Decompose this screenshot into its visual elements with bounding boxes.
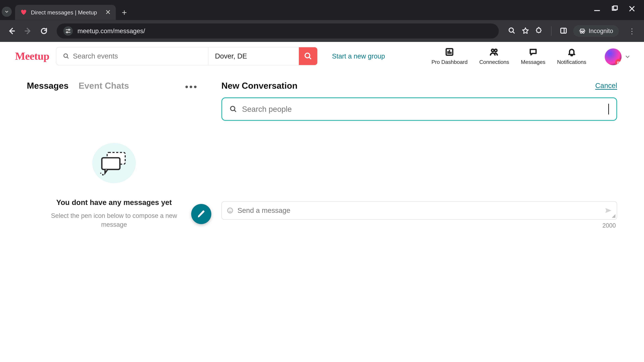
- forward-button[interactable]: [21, 24, 34, 38]
- pencil-icon: [197, 210, 206, 219]
- close-tab-button[interactable]: [105, 9, 111, 16]
- search-icon: [230, 105, 237, 113]
- svg-point-16: [100, 173, 101, 174]
- message-input[interactable]: [238, 206, 600, 215]
- conversation-title: New Conversation: [221, 81, 298, 91]
- compose-button[interactable]: [191, 204, 211, 224]
- send-icon[interactable]: [604, 207, 612, 214]
- titlebar: Direct messages | Meetup +: [0, 0, 644, 20]
- arrow-right-icon: [24, 27, 32, 35]
- empty-state: You dont have any messages yet Select th…: [27, 143, 201, 229]
- main: Messages Event Chats •••: [0, 70, 644, 236]
- conversation-header: New Conversation Cancel: [221, 81, 617, 91]
- conversation-panel: New Conversation Cancel ◢: [221, 81, 617, 229]
- toolbar-icons: Incognito ⋮: [508, 25, 639, 37]
- svg-rect-5: [561, 28, 566, 33]
- messages-sidebar: Messages Event Chats •••: [27, 81, 221, 229]
- char-counter: 2000: [221, 222, 617, 229]
- nav-connections[interactable]: Connections: [479, 47, 509, 65]
- chevron-down-icon: [624, 54, 630, 60]
- close-icon: [628, 5, 636, 12]
- nav-label: Notifications: [557, 59, 586, 65]
- bell-icon: [567, 47, 576, 57]
- emoji-icon[interactable]: [227, 207, 234, 214]
- tab-event-chats[interactable]: Event Chats: [79, 81, 129, 93]
- nav-label: Pro Dashboard: [432, 59, 468, 65]
- location-segment[interactable]: Dover, DE: [208, 47, 299, 65]
- favicon-icon: [20, 9, 27, 16]
- tab-title: Direct messages | Meetup: [31, 9, 97, 16]
- chevron-down-icon: [4, 9, 9, 14]
- browser-menu-button[interactable]: ⋮: [625, 27, 639, 35]
- back-button[interactable]: [5, 24, 18, 38]
- search-events-input[interactable]: [73, 52, 201, 60]
- nav-label: Messages: [521, 59, 546, 65]
- empty-illustration: [92, 143, 136, 183]
- address-bar[interactable]: meetup.com/messages/: [57, 23, 499, 38]
- search-icon: [63, 53, 69, 59]
- reload-icon: [40, 27, 48, 35]
- window-controls: [593, 0, 644, 12]
- location-text: Dover, DE: [215, 52, 247, 60]
- browser-toolbar: meetup.com/messages/ Incognito ⋮: [0, 20, 644, 42]
- incognito-label: Incognito: [589, 27, 613, 34]
- app-header: Meetup Dover, DE Start a new group: [0, 42, 644, 70]
- url-text: meetup.com/messages/: [78, 27, 145, 35]
- side-panel-button[interactable]: [560, 27, 567, 35]
- meetup-logo[interactable]: Meetup: [15, 50, 49, 62]
- new-tab-button[interactable]: +: [122, 7, 127, 17]
- browser-window: Direct messages | Meetup + meetup.com/me…: [0, 0, 644, 362]
- search-people-field[interactable]: [221, 97, 617, 121]
- empty-subtitle: Select the pen icon below to compose a n…: [50, 211, 178, 229]
- close-window-button[interactable]: [628, 5, 636, 12]
- message-input-container[interactable]: ◢: [221, 201, 617, 220]
- incognito-indicator[interactable]: Incognito: [573, 25, 619, 37]
- svg-point-19: [229, 210, 230, 210]
- site-info-button[interactable]: [64, 26, 73, 36]
- reload-button[interactable]: [37, 24, 51, 38]
- search-people-input[interactable]: [242, 105, 586, 114]
- tab-messages[interactable]: Messages: [27, 81, 68, 93]
- omnibox-search-button[interactable]: [508, 27, 516, 35]
- svg-rect-14: [102, 158, 120, 169]
- start-group-link[interactable]: Start a new group: [332, 52, 385, 60]
- svg-point-20: [230, 210, 231, 210]
- nav-notifications[interactable]: Notifications: [557, 47, 586, 65]
- svg-rect-1: [614, 6, 617, 10]
- svg-point-2: [68, 29, 70, 30]
- people-icon: [490, 47, 499, 57]
- star-icon: [522, 27, 529, 34]
- search-icon: [508, 27, 516, 34]
- tune-icon: [65, 28, 71, 34]
- sidebar-more-menu[interactable]: •••: [185, 81, 201, 92]
- message-icon: [528, 47, 538, 57]
- svg-point-7: [582, 31, 584, 33]
- extensions-button[interactable]: [535, 27, 543, 35]
- maximize-button[interactable]: [611, 5, 618, 12]
- minimize-icon: [593, 5, 601, 12]
- search-submit-button[interactable]: [299, 47, 317, 65]
- page-content: Meetup Dover, DE Start a new group: [0, 42, 644, 362]
- svg-point-12: [494, 49, 497, 51]
- svg-point-6: [580, 31, 582, 33]
- nav-messages[interactable]: Messages: [521, 47, 546, 65]
- svg-point-11: [492, 49, 494, 51]
- puzzle-icon: [535, 27, 543, 34]
- tab-strip: Direct messages | Meetup +: [0, 0, 593, 20]
- panel-icon: [560, 27, 567, 34]
- tab-search-button[interactable]: [2, 7, 12, 17]
- minimize-button[interactable]: [593, 5, 601, 12]
- profile-menu[interactable]: m: [605, 48, 630, 65]
- resize-handle-icon[interactable]: ◢: [612, 213, 616, 218]
- global-search: Dover, DE: [56, 47, 318, 65]
- sidebar-tabs: Messages Event Chats •••: [27, 81, 201, 93]
- search-events-segment[interactable]: [56, 47, 208, 65]
- text-cursor-icon: [608, 104, 609, 114]
- nav-pro-dashboard[interactable]: Pro Dashboard: [432, 47, 468, 65]
- browser-tab[interactable]: Direct messages | Meetup: [15, 5, 116, 20]
- bookmark-button[interactable]: [522, 27, 529, 35]
- arrow-left-icon: [8, 27, 16, 35]
- cancel-link[interactable]: Cancel: [595, 82, 617, 90]
- header-nav: Pro Dashboard Connections Messages Notif…: [432, 47, 630, 65]
- search-icon: [304, 52, 312, 60]
